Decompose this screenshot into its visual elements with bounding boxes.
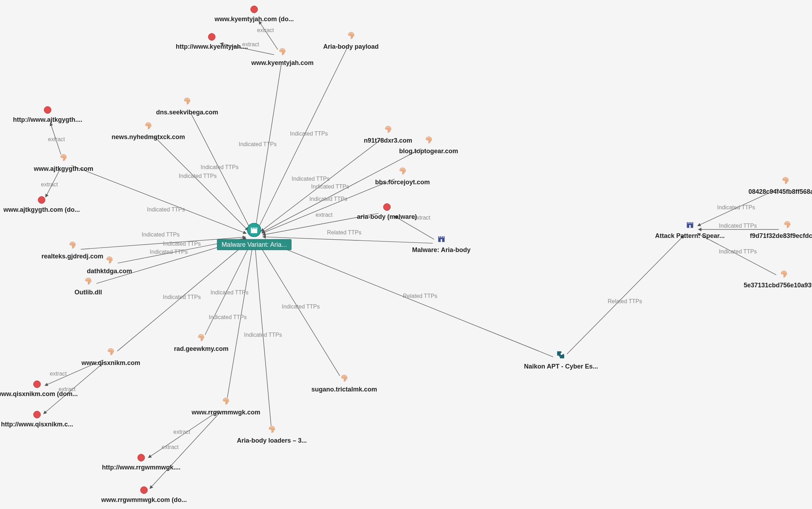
fingerprint-icon bbox=[67, 240, 78, 251]
graph-node[interactable]: dathktdga.com bbox=[87, 255, 132, 275]
graph-node[interactable]: sugano.trictalmk.com bbox=[311, 373, 377, 393]
node-label-box: Malware Variant: Aria... bbox=[217, 239, 292, 250]
observable-icon bbox=[208, 33, 216, 41]
fingerprint-icon bbox=[782, 220, 793, 230]
graph-node[interactable]: Attack Pattern: Spear... bbox=[655, 220, 724, 240]
edge-label: extract bbox=[50, 371, 67, 377]
svg-rect-4 bbox=[256, 228, 257, 229]
graph-node[interactable]: news.nyhedmgtxck.com bbox=[112, 121, 185, 141]
observable-icon bbox=[137, 454, 145, 462]
graph-edge bbox=[259, 244, 340, 376]
edge-label: extract bbox=[41, 181, 58, 187]
edge-label: Indicated TTPs bbox=[309, 196, 347, 202]
edge-label: Related TTPs bbox=[403, 293, 437, 299]
node-label: www.ajtkgygth.com (do... bbox=[4, 206, 80, 214]
graph-node[interactable]: www.kyemtyjah.com (do... bbox=[215, 6, 294, 23]
node-label: www.qisxnikm.com (dom... bbox=[0, 390, 78, 398]
graph-node[interactable]: 08428c94f45fb8ff568a4... bbox=[748, 175, 812, 196]
fingerprint-icon bbox=[780, 175, 791, 186]
graph-node[interactable]: www.ajtkgygth.com bbox=[34, 152, 93, 173]
fingerprint-icon bbox=[83, 276, 94, 287]
graph-node[interactable]: rad.geewkmy.com bbox=[174, 333, 229, 353]
fingerprint-icon bbox=[383, 124, 393, 135]
edge-label: Indicated TTPs bbox=[244, 332, 282, 338]
node-label: http://www.rrgwmmwgk.... bbox=[102, 464, 180, 471]
edge-label: Indicated TTPs bbox=[210, 289, 248, 295]
fingerprint-icon bbox=[143, 121, 154, 131]
graph-edge bbox=[256, 65, 281, 228]
graph-node[interactable]: http://www.rrgwmmwgk.... bbox=[102, 454, 180, 471]
edge-label: Indicated TTPs bbox=[163, 294, 201, 300]
graph-node[interactable]: Aria-body payload bbox=[323, 30, 378, 50]
edge-label: Indicated TTPs bbox=[179, 173, 216, 179]
svg-rect-10 bbox=[692, 222, 693, 224]
svg-point-24 bbox=[34, 381, 41, 388]
observable-icon bbox=[250, 6, 258, 13]
node-label: Aria-body payload bbox=[323, 43, 378, 50]
observable-icon bbox=[33, 411, 41, 419]
fingerprint-icon bbox=[267, 424, 277, 435]
graph-node[interactable]: Malware Variant: Aria... bbox=[217, 223, 292, 250]
graph-edge bbox=[259, 21, 277, 49]
edge-label: extract bbox=[173, 429, 191, 435]
svg-point-27 bbox=[141, 487, 148, 494]
graph-node[interactable]: Naikon APT - Cyber Es... bbox=[524, 350, 598, 370]
node-label: Attack Pattern: Spear... bbox=[655, 232, 724, 240]
svg-point-17 bbox=[383, 204, 390, 211]
graph-node[interactable]: http://www.kyemtyjah.... bbox=[176, 33, 248, 50]
svg-point-15 bbox=[44, 107, 51, 114]
puzzle-icon bbox=[556, 350, 566, 361]
edge-label: Indicated TTPs bbox=[201, 164, 238, 170]
node-label: Naikon APT - Cyber Es... bbox=[524, 363, 598, 370]
edge-label: Indicated TTPs bbox=[150, 249, 187, 255]
fingerprint-icon bbox=[423, 135, 434, 145]
edge-label: Indicated TTPs bbox=[311, 184, 349, 190]
graph-edge bbox=[227, 245, 253, 398]
node-label: www.rrgwmmwgk.com bbox=[192, 409, 260, 416]
svg-rect-12 bbox=[689, 225, 691, 228]
graph-node[interactable]: aria-body (malware) bbox=[357, 203, 417, 221]
svg-rect-9 bbox=[690, 222, 691, 224]
graph-node[interactable]: bbs.forcejoyt.com bbox=[375, 166, 430, 186]
graph-node[interactable]: www.rrgwmmwgk.com bbox=[192, 396, 260, 416]
graph-node[interactable]: http://www.ajtkgygth.... bbox=[13, 106, 82, 124]
fingerprint-icon bbox=[277, 47, 288, 57]
graph-node[interactable]: www.kyemtyjah.com bbox=[251, 47, 314, 67]
graph-node[interactable]: Outlib.dll bbox=[74, 276, 102, 296]
svg-point-26 bbox=[138, 454, 145, 461]
graph-node[interactable]: Malware: Aria-body bbox=[412, 234, 470, 254]
edge-label: Indicated TTPs bbox=[142, 232, 179, 238]
svg-rect-23 bbox=[441, 239, 442, 242]
fingerprint-icon bbox=[339, 373, 350, 384]
edge-label: Indicated TTPs bbox=[282, 304, 320, 310]
graph-edge bbox=[46, 170, 60, 197]
graph-edge bbox=[567, 235, 684, 354]
graph-node[interactable]: f9d71f32de83f9ecfdc77... bbox=[750, 220, 812, 240]
node-label: dns.seekvibega.com bbox=[156, 109, 218, 116]
svg-rect-7 bbox=[687, 222, 688, 224]
graph-node[interactable]: blog.toptogear.com bbox=[399, 135, 458, 155]
castle-icon bbox=[685, 220, 695, 230]
fingerprint-icon bbox=[58, 152, 69, 163]
graph-node[interactable]: 5e37131cbd756e10a9392... bbox=[744, 269, 812, 289]
graph-node[interactable]: dns.seekvibega.com bbox=[156, 96, 218, 116]
graph-edge bbox=[191, 113, 250, 229]
edge-label: Related TTPs bbox=[327, 229, 362, 235]
graph-edge bbox=[150, 412, 220, 489]
graph-node[interactable]: www.qisxnikm.com (dom... bbox=[0, 381, 78, 398]
edge-label: Indicated TTPs bbox=[209, 314, 246, 320]
fingerprint-icon bbox=[346, 30, 356, 41]
graph-node[interactable]: www.qisxnikm.com bbox=[82, 347, 140, 367]
edge-label: Related TTPs bbox=[608, 298, 642, 304]
edge-label: Indicated TTPs bbox=[719, 248, 757, 254]
graph-node[interactable]: www.ajtkgygth.com (do... bbox=[4, 196, 80, 214]
graph-node[interactable]: Aria-body loaders – 3... bbox=[237, 424, 307, 444]
observable-icon bbox=[383, 203, 391, 211]
fingerprint-icon bbox=[182, 96, 192, 107]
graph-node[interactable]: www.rrgwmmwgk.com (do... bbox=[101, 486, 187, 504]
fingerprint-icon bbox=[104, 255, 115, 265]
node-label: news.nyhedmgtxck.com bbox=[112, 133, 185, 141]
graph-edge bbox=[154, 137, 248, 230]
node-label: bbs.forcejoyt.com bbox=[375, 179, 430, 186]
graph-node[interactable]: http://www.qisxnikm.c... bbox=[1, 411, 73, 428]
